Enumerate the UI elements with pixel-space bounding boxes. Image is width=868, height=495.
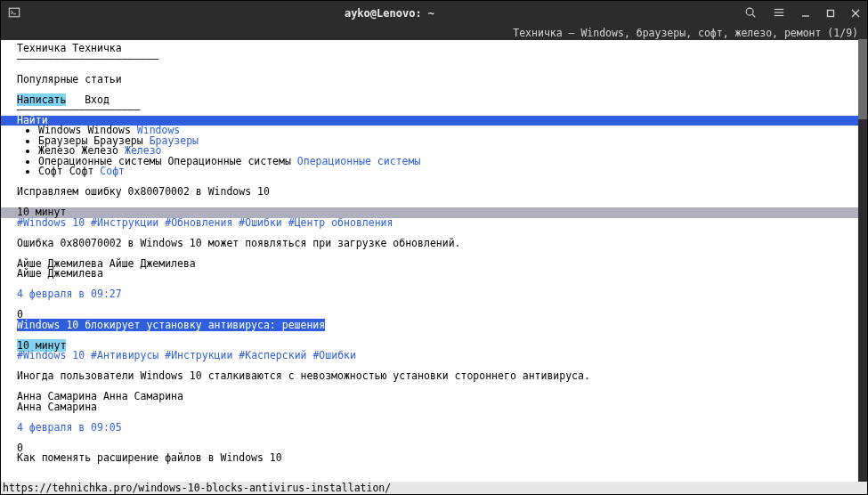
svg-rect-0: [9, 8, 19, 17]
browser-url-status: https://tehnichka.pro/windows-10-blocks-…: [1, 482, 867, 494]
article-author[interactable]: Анна Самарина Анна Самарина: [1, 392, 867, 402]
close-button[interactable]: [851, 9, 860, 18]
popular-heading: Популярные статьи: [1, 75, 867, 85]
category-item[interactable]: Операционные системы Операционные систем…: [38, 157, 867, 167]
article-title[interactable]: Как поменять расширение файлов в Windows…: [1, 453, 867, 464]
window-titlebar: ayko@Lenovo: ~: [1, 1, 867, 26]
article-tags[interactable]: #Windows 10 #Инструкции #Обновления #Оши…: [1, 218, 867, 229]
svg-point-1: [746, 8, 753, 15]
svg-rect-7: [828, 11, 834, 17]
article-summary: Ошибка 0x80070002 в Windows 10 может поя…: [1, 239, 867, 249]
article-title[interactable]: Исправляем ошибку 0x80070002 в Windows 1…: [1, 187, 867, 198]
article-summary: Иногда пользователи Windows 10 сталкиваю…: [1, 371, 867, 382]
divider: ———————————————————————: [1, 54, 867, 65]
category-item[interactable]: Софт Софт Софт: [38, 166, 867, 177]
category-item[interactable]: Браузеры Браузеры Браузеры: [38, 136, 867, 147]
minimize-button[interactable]: [801, 9, 810, 18]
search-icon[interactable]: [744, 6, 757, 20]
article-author[interactable]: Айше Джемилева Айше Джемилева: [1, 259, 867, 270]
article-date: 4 февраля в 09:05: [1, 423, 867, 434]
menu-icon[interactable]: [773, 6, 785, 20]
maximize-button[interactable]: [826, 9, 835, 18]
browser-status-line: Техничка — Windows, браузеры, софт, желе…: [1, 26, 867, 40]
svg-line-2: [752, 14, 755, 17]
article-title-highlighted[interactable]: Windows 10 блокирует установку антивирус…: [1, 321, 867, 331]
window-title: ayko@Lenovo: ~: [35, 8, 744, 19]
terminal-content: Техничка Техничка ——————————————————————…: [1, 40, 867, 464]
article-tags[interactable]: #Windows 10 #Антивирусы #Инструкции #Кас…: [1, 351, 867, 361]
article-author[interactable]: Айше Джемилева: [1, 269, 867, 280]
article-author[interactable]: Анна Самарина: [1, 402, 867, 413]
category-list: Windows Windows Windows Браузеры Браузер…: [1, 126, 867, 177]
scrollbar-thumb[interactable]: [858, 39, 867, 119]
terminal-icon: [8, 6, 20, 20]
article-date: 4 февраля в 09:27: [1, 289, 867, 300]
divider: ————————————————————: [1, 105, 867, 116]
